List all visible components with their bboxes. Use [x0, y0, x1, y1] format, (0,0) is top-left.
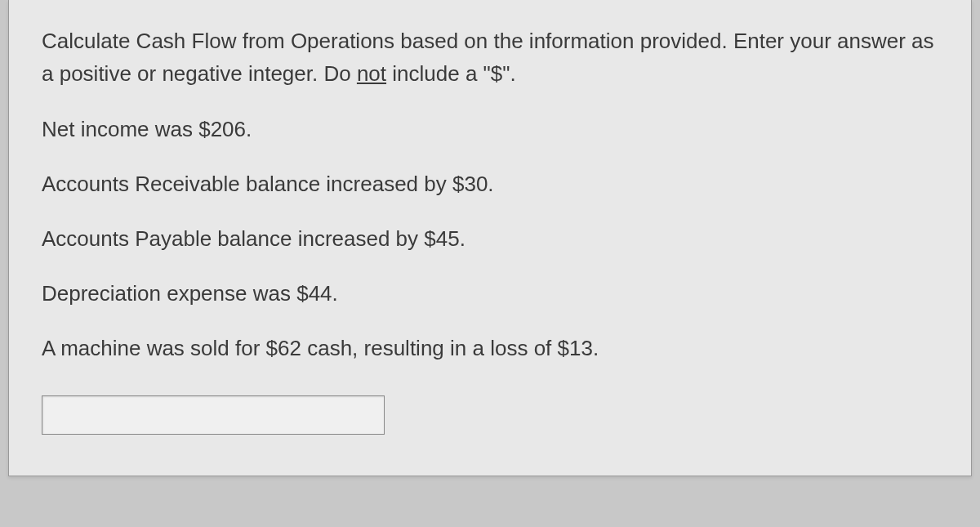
- question-prompt: Calculate Cash Flow from Operations base…: [42, 25, 938, 91]
- info-accounts-receivable: Accounts Receivable balance increased by…: [42, 168, 938, 200]
- prompt-part2: include a "$".: [386, 61, 516, 86]
- answer-input[interactable]: [42, 395, 385, 435]
- info-net-income: Net income was $206.: [42, 114, 938, 145]
- info-accounts-payable: Accounts Payable balance increased by $4…: [42, 223, 938, 255]
- info-depreciation: Depreciation expense was $44.: [42, 278, 938, 310]
- prompt-underlined: not: [357, 61, 386, 86]
- info-machine-sale: A machine was sold for $62 cash, resulti…: [42, 333, 938, 364]
- question-card: Calculate Cash Flow from Operations base…: [8, 0, 972, 476]
